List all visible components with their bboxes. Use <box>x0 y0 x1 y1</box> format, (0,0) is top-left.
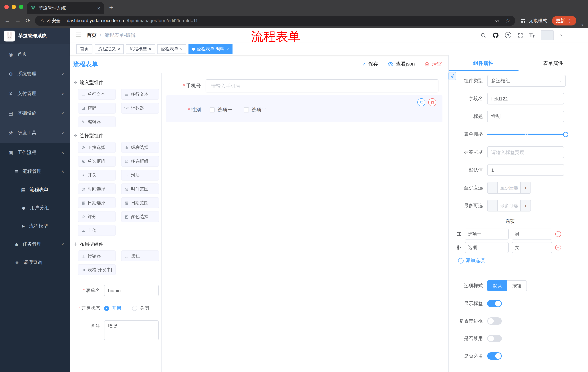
slider-track[interactable] <box>487 133 566 135</box>
bookmark-star-icon[interactable]: ☆ <box>505 18 510 24</box>
security-label[interactable]: 不安全 <box>47 18 61 24</box>
radio-enabled[interactable]: 开启 <box>104 305 121 312</box>
sidebar-item-workflow[interactable]: ▣ 工作流程 ∧ <box>0 143 70 162</box>
form-grid-slider[interactable] <box>487 128 566 140</box>
zoom-window-button[interactable] <box>19 5 23 9</box>
sidebar-item-payment[interactable]: ¥ 支付管理 ∨ <box>0 84 70 103</box>
palette-item-slider[interactable]: ↔滑块 <box>121 170 159 181</box>
save-button[interactable]: ✓ 保存 <box>362 61 378 67</box>
disabled-toggle[interactable] <box>487 335 502 342</box>
browser-menu-icon[interactable]: ⋮ <box>567 18 572 23</box>
palette-item-row-container[interactable]: ◫行容器 <box>78 250 116 261</box>
required-toggle[interactable] <box>487 352 502 360</box>
palette-item-switch[interactable]: ◑开关 <box>78 170 116 181</box>
sidebar-item-home[interactable]: ◉ 首页 <box>0 44 70 64</box>
option-value-input[interactable] <box>512 242 552 253</box>
drag-handle-icon[interactable] <box>456 244 462 250</box>
border-toggle[interactable] <box>487 317 502 325</box>
default-value-input[interactable] <box>487 164 564 176</box>
palette-item-time-range[interactable]: ◶时间范围 <box>121 183 159 194</box>
sidebar-item-process-mgmt[interactable]: ≣ 流程管理 ∧ <box>0 162 70 181</box>
update-button[interactable]: 更新 ⋮ <box>552 16 576 25</box>
tab-component-props[interactable]: 组件属性 <box>449 55 518 71</box>
tab-close-icon[interactable]: × <box>97 5 100 11</box>
palette-item-radio-group[interactable]: ◉单选框组 <box>78 156 116 167</box>
sidebar-item-leave-query[interactable]: ☺ 请假查询 <box>0 253 70 272</box>
remark-textarea[interactable]: 嘿嘿 <box>104 320 159 340</box>
palette-item-cascader[interactable]: ⋔级联选择 <box>121 142 159 153</box>
palette-item-select[interactable]: ⊙下拉选择 <box>78 142 116 153</box>
palette-item-upload[interactable]: ☁上传 <box>78 225 116 236</box>
palette-item-counter[interactable]: 123计数器 <box>121 103 159 114</box>
view-json-button[interactable]: 查看json <box>388 61 415 67</box>
sidebar-item-user-group[interactable]: ☻ 用户分组 <box>0 199 70 217</box>
max-select-input[interactable] <box>498 200 520 211</box>
reload-icon[interactable]: ⟳ <box>25 18 30 24</box>
forward-icon[interactable]: → <box>15 18 21 24</box>
help-icon[interactable]: ? <box>505 32 511 38</box>
show-label-toggle[interactable] <box>487 300 502 307</box>
address-bar[interactable]: ⚠ 不安全 dashboard.yudao.iocoder.cn/bpm/man… <box>35 16 515 26</box>
remove-option-icon[interactable]: − <box>555 244 561 250</box>
clear-button[interactable]: 清空 <box>424 61 442 67</box>
style-button-button[interactable]: 按钮 <box>507 280 527 291</box>
hamburger-icon[interactable]: ☰ <box>76 31 81 39</box>
palette-item-editor[interactable]: ✎编辑器 <box>78 117 116 128</box>
checkbox-option-1[interactable]: 选项一 <box>210 107 232 113</box>
min-select-input[interactable] <box>498 182 520 193</box>
checkbox-option-2[interactable]: 选项二 <box>244 107 266 113</box>
tag-process-definition[interactable]: 流程定义 × <box>94 44 124 54</box>
increase-button[interactable]: + <box>520 200 531 211</box>
avatar-caret-icon[interactable]: ∨ <box>560 33 563 37</box>
sidebar-item-devtools[interactable]: ⚒ 研发工具 ∨ <box>0 123 70 143</box>
tab-form-props[interactable]: 表单属性 <box>518 55 588 71</box>
add-option-button[interactable]: + 添加选项 <box>458 257 564 264</box>
option-label-input[interactable] <box>465 229 509 240</box>
palette-item-time-picker[interactable]: ◷时间选择 <box>78 183 116 194</box>
title-input[interactable] <box>487 111 564 122</box>
chrome-caret-icon[interactable]: ∨ <box>581 22 584 27</box>
delete-component-button[interactable] <box>428 98 436 106</box>
minimize-window-button[interactable] <box>12 5 16 9</box>
component-type-select[interactable]: 多选框组 ∨ <box>487 75 566 87</box>
field-name-input[interactable] <box>487 93 564 105</box>
tag-close-icon[interactable]: × <box>226 46 229 52</box>
phone-input[interactable] <box>206 79 439 93</box>
sidebar-item-process-model[interactable]: ➤ 流程模型 <box>0 217 70 235</box>
sidebar-item-system[interactable]: ⚙ 系统管理 ∨ <box>0 64 70 84</box>
form-canvas[interactable]: *手机号 <box>162 73 448 372</box>
slider-handle[interactable] <box>563 132 568 137</box>
palette-item-checkbox-group[interactable]: ☑多选框组 <box>121 156 159 167</box>
fullscreen-icon[interactable] <box>517 32 523 38</box>
remove-option-icon[interactable]: − <box>555 231 561 237</box>
palette-item-textarea[interactable]: ▤多行文本 <box>121 89 159 100</box>
palette-item-button[interactable]: ▢按钮 <box>121 250 159 261</box>
sidebar-item-task-mgmt[interactable]: ⋔ 任务管理 ∨ <box>0 235 70 253</box>
checkbox-icon[interactable] <box>244 107 249 112</box>
link-icon[interactable] <box>448 72 456 80</box>
decrease-button[interactable]: − <box>488 200 498 211</box>
palette-item-table[interactable]: ⊞表格[开发中] <box>78 264 116 275</box>
style-default-button[interactable]: 默认 <box>487 280 507 291</box>
back-icon[interactable]: ← <box>4 18 10 24</box>
palette-item-date-range[interactable]: ▩日期范围 <box>121 197 159 208</box>
gender-field-row[interactable]: *性别 选项一 选项二 <box>166 106 438 114</box>
sidebar-item-process-form[interactable]: ▤ 流程表单 <box>0 181 70 199</box>
increase-button[interactable]: + <box>520 182 531 193</box>
close-window-button[interactable] <box>4 5 9 9</box>
sidebar-item-infra[interactable]: ▤ 基础设施 ∨ <box>0 103 70 123</box>
tag-close-icon[interactable]: × <box>149 46 151 52</box>
radio-disabled[interactable]: 关闭 <box>132 305 149 312</box>
password-key-icon[interactable] <box>494 18 500 24</box>
palette-item-color-picker[interactable]: ◩颜色选择 <box>121 211 159 222</box>
option-label-input[interactable] <box>465 242 509 253</box>
palette-item-rate[interactable]: ☆评分 <box>78 211 116 222</box>
palette-item-password[interactable]: ⊡密码 <box>78 103 116 114</box>
tag-process-form[interactable]: 流程表单 × <box>157 44 186 54</box>
copy-component-button[interactable] <box>417 98 425 106</box>
tag-process-form-edit[interactable]: 流程表单-编辑 × <box>189 44 232 54</box>
search-icon[interactable] <box>480 32 486 38</box>
form-name-input[interactable] <box>104 285 159 296</box>
palette-item-date-picker[interactable]: ▦日期选择 <box>78 197 116 208</box>
decrease-button[interactable]: − <box>488 182 498 193</box>
